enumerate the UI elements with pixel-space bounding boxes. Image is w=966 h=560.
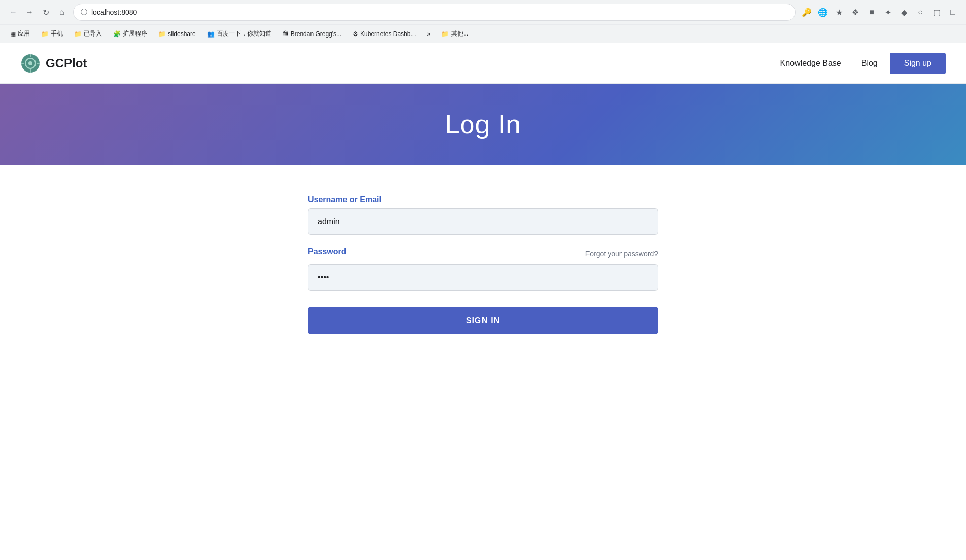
translate-icon-btn[interactable]: 🌐 <box>816 5 830 19</box>
folder-icon-other: 📁 <box>441 30 449 38</box>
bookmark-imported[interactable]: 📁 已导入 <box>70 28 106 40</box>
login-section: Username or Email Password Forgot your p… <box>0 165 966 355</box>
bookmark-more[interactable]: » <box>423 29 434 39</box>
svg-point-2 <box>28 61 32 65</box>
security-icon: ⓘ <box>81 8 87 17</box>
baidu-icon: 👥 <box>207 30 215 38</box>
page-content: GCPlot Knowledge Base Blog Sign up Log I… <box>0 43 966 560</box>
puzzle-icon: 🧩 <box>113 30 121 38</box>
forward-button[interactable]: → <box>22 5 37 19</box>
password-input[interactable] <box>308 264 658 291</box>
login-form: Username or Email Password Forgot your p… <box>308 195 658 334</box>
icon-btn-2[interactable]: ■ <box>865 5 879 19</box>
hero-title: Log In <box>445 109 522 139</box>
home-button[interactable]: ⌂ <box>55 5 69 19</box>
bookmark-brendan[interactable]: 🏛 Brendan Gregg's... <box>279 29 346 39</box>
header-nav: Knowledge Base Blog Sign up <box>772 53 946 74</box>
knowledge-base-link[interactable]: Knowledge Base <box>772 55 849 72</box>
bookmark-baidu[interactable]: 👥 百度一下，你就知道 <box>203 28 275 40</box>
password-label: Password <box>308 247 347 256</box>
icon-btn-7[interactable]: □ <box>946 5 960 19</box>
refresh-button[interactable]: ↻ <box>39 5 53 19</box>
back-button[interactable]: ← <box>6 5 20 19</box>
apps-icon: ▦ <box>10 30 16 38</box>
key-icon-btn[interactable]: 🔑 <box>800 5 814 19</box>
folder-icon-2: 📁 <box>74 30 82 38</box>
signin-button[interactable]: SIGN IN <box>308 307 658 334</box>
password-group: Password Forgot your password? <box>308 247 658 291</box>
password-header: Password Forgot your password? <box>308 247 658 260</box>
address-bar[interactable]: ⓘ localhost:8080 <box>73 4 796 21</box>
icon-btn-6[interactable]: ▢ <box>929 5 944 19</box>
folder-icon-3: 📁 <box>158 30 166 38</box>
bookmarks-bar: ▦ 应用 📁 手机 📁 已导入 🧩 扩展程序 📁 slideshare 👥 百度… <box>0 24 966 43</box>
username-group: Username or Email <box>308 195 658 235</box>
bookmark-apps[interactable]: ▦ 应用 <box>6 28 34 40</box>
gcplot-logo-icon <box>20 53 41 74</box>
bookmark-other[interactable]: 📁 其他... <box>437 28 472 40</box>
hero-banner: Log In <box>0 84 966 165</box>
brendan-icon: 🏛 <box>283 30 289 38</box>
browser-chrome: ← → ↻ ⌂ ⓘ localhost:8080 🔑 🌐 ★ ❖ ■ ✦ ◆ ○… <box>0 0 966 43</box>
k8s-icon: ⚙ <box>353 30 358 38</box>
extensions-btn[interactable]: ❖ <box>848 5 862 19</box>
bookmark-extensions[interactable]: 🧩 扩展程序 <box>109 28 151 40</box>
bookmark-phone[interactable]: 📁 手机 <box>37 28 67 40</box>
username-label: Username or Email <box>308 195 658 204</box>
url-text: localhost:8080 <box>91 8 137 16</box>
logo-area[interactable]: GCPlot <box>20 53 87 74</box>
browser-toolbar: ← → ↻ ⌂ ⓘ localhost:8080 🔑 🌐 ★ ❖ ■ ✦ ◆ ○… <box>0 0 966 24</box>
bookmark-kubernetes[interactable]: ⚙ Kubernetes Dashb... <box>349 29 420 39</box>
site-header: GCPlot Knowledge Base Blog Sign up <box>0 43 966 84</box>
username-input[interactable] <box>308 208 658 235</box>
nav-buttons: ← → ↻ ⌂ <box>6 5 69 19</box>
bookmark-slideshare[interactable]: 📁 slideshare <box>154 29 200 39</box>
forgot-password-link[interactable]: Forgot your password? <box>585 250 658 258</box>
star-icon-btn[interactable]: ★ <box>832 5 846 19</box>
logo-text: GCPlot <box>46 56 87 71</box>
folder-icon: 📁 <box>41 30 49 38</box>
icon-btn-4[interactable]: ◆ <box>897 5 911 19</box>
blog-link[interactable]: Blog <box>853 55 886 72</box>
icon-btn-5[interactable]: ○ <box>913 5 927 19</box>
toolbar-icons: 🔑 🌐 ★ ❖ ■ ✦ ◆ ○ ▢ □ <box>800 5 960 19</box>
signup-button[interactable]: Sign up <box>890 53 946 74</box>
icon-btn-3[interactable]: ✦ <box>881 5 895 19</box>
